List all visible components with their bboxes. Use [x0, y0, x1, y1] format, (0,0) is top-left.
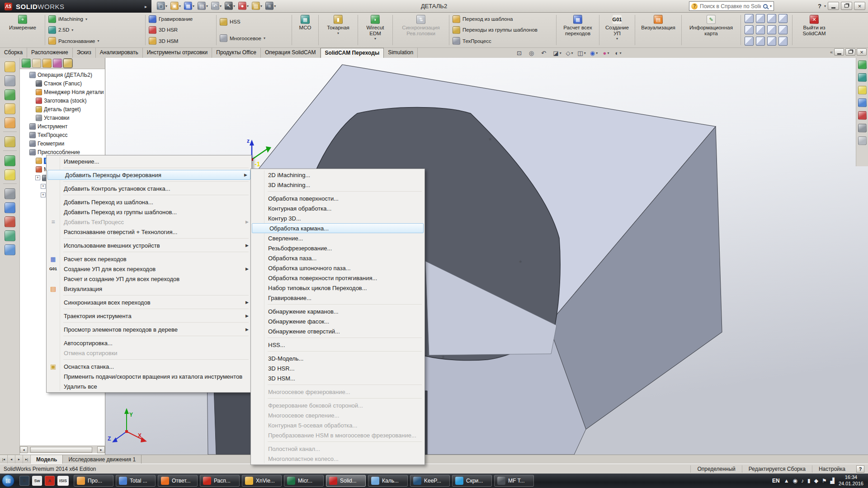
dropdown-arrow-icon[interactable]: ▾: [85, 17, 87, 21]
status-help-button[interactable]: ?: [856, 465, 864, 473]
context-menu-item[interactable]: Визуализация ▶: [47, 284, 251, 294]
view-cube-icon[interactable]: [745, 14, 754, 23]
tree-tab-solidcam[interactable]: [63, 59, 72, 68]
ql-app1-icon[interactable]: S: [19, 476, 29, 486]
doc-minimize-button[interactable]: [834, 48, 844, 56]
safely-remove-icon[interactable]: ◆: [814, 478, 818, 484]
dropdown-arrow-icon[interactable]: ▾: [71, 28, 73, 32]
dropdown-arrow-icon[interactable]: ▾: [374, 37, 376, 41]
tab-scroll-left-icon[interactable]: ◂: [8, 455, 15, 464]
undo-icon[interactable]: ↶ ▾: [210, 1, 222, 10]
mco-button[interactable]: ▦ MCO: [293, 14, 317, 47]
context-menu-item[interactable]: Добавить Переходы Фрезерования ▶: [47, 170, 250, 180]
taskbar-button[interactable]: Скри...: [452, 475, 492, 487]
submenu-item[interactable]: Контурная 5-осевая обработка... ▶: [251, 420, 425, 430]
recognition-icon[interactable]: Распознавание ▾: [48, 36, 142, 46]
grid-red-icon[interactable]: [5, 216, 15, 227]
help-button[interactable]: ?: [817, 3, 822, 9]
view-cube-icon[interactable]: [767, 14, 776, 23]
process-icon[interactable]: ТехПроцесс ▾: [453, 36, 553, 46]
dropdown-arrow-icon[interactable]: ▾: [619, 51, 621, 55]
language-indicator[interactable]: EN: [772, 478, 780, 484]
minimize-button[interactable]: [828, 2, 839, 10]
save-icon[interactable]: ▦ ▾: [183, 1, 195, 10]
submenu-item[interactable]: HSS... ▶: [251, 340, 425, 350]
attach-icon[interactable]: [5, 75, 15, 86]
ribbon-tab[interactable]: Инструменты отрисовки: [143, 48, 212, 58]
start-button[interactable]: ⊞: [2, 474, 14, 487]
submenu-item[interactable]: Многоосевое сверление... ▶: [251, 410, 425, 420]
submenu-item[interactable]: 3D iMachining... ▶: [251, 180, 425, 190]
context-menu-item[interactable]: Траектория инструмента ▶: [47, 311, 251, 321]
ribbon-tab[interactable]: Продукты Office: [212, 48, 261, 58]
rt-gray-icon[interactable]: [858, 124, 867, 132]
wirecut-edm-button[interactable]: ◗ Wirecut EDM ▾: [359, 14, 391, 47]
taskbar-button[interactable]: Micr...: [284, 475, 324, 487]
taskbar-button[interactable]: Solid...: [326, 475, 366, 487]
view-orientation-icon[interactable]: ◇ ▾: [564, 48, 575, 57]
properties-icon[interactable]: ▥ ▾: [251, 1, 263, 10]
action-center-icon[interactable]: ⚑: [822, 478, 827, 484]
previous-view-icon[interactable]: ↶ ▾: [539, 48, 551, 57]
logo-expand-icon[interactable]: ▸: [145, 4, 147, 9]
view-cube-icon[interactable]: [778, 25, 788, 34]
open-icon[interactable]: ▣ ▾: [170, 1, 182, 10]
context-menu-item[interactable]: Добавить Переход из шаблона... ▶: [47, 197, 251, 207]
rotate-component-icon[interactable]: [5, 117, 15, 128]
view-cube-icon[interactable]: [778, 14, 788, 23]
dropdown-arrow-icon[interactable]: ▾: [264, 36, 265, 40]
tree-item[interactable]: Геометрии: [20, 139, 105, 148]
constraints-icon[interactable]: [5, 89, 15, 100]
tree-horizontal-scrollbar[interactable]: ◂ ▸: [20, 446, 105, 453]
rt-red-icon[interactable]: [858, 111, 867, 120]
dropdown-arrow-icon[interactable]: ▾: [247, 4, 249, 8]
context-menu-item[interactable]: Расчет всех переходов ▶: [47, 254, 251, 264]
submenu-item[interactable]: Обнаружение отверстий... ▶: [251, 326, 425, 336]
ribbon-tab[interactable]: Сборка: [0, 48, 27, 58]
dropdown-arrow-icon[interactable]: ▾: [220, 4, 222, 8]
25d-icon[interactable]: 2.5D ▾: [48, 25, 142, 35]
hidden-icons-icon[interactable]: ▲: [784, 478, 789, 484]
3d-hsm-icon[interactable]: 3D HSM ▾: [149, 36, 213, 46]
collapse-ribbon-icon[interactable]: «: [830, 49, 833, 55]
submenu-item[interactable]: 3D HSR... ▶: [251, 363, 425, 373]
dropdown-arrow-icon[interactable]: ▾: [607, 51, 609, 55]
taskbar-button[interactable]: KeeP...: [410, 475, 450, 487]
context-menu-item[interactable]: Синхронизация всех переходов ▶: [47, 297, 251, 307]
taskbar-button[interactable]: Ответ...: [158, 475, 198, 487]
hss-icon[interactable]: HSS ▾: [220, 17, 288, 27]
submenu-item[interactable]: Обнаружение фасок... ▶: [251, 316, 425, 326]
doc-close-button[interactable]: ×: [857, 48, 867, 56]
screen-icon[interactable]: [5, 202, 15, 213]
zoom-fit-icon[interactable]: ◎ ▾: [527, 48, 538, 57]
search-dropdown-icon[interactable]: ▾: [770, 4, 772, 8]
submenu-item[interactable]: 3D HSM... ▶: [251, 373, 425, 383]
tree-item[interactable]: Деталь (target): [20, 105, 105, 113]
close-button[interactable]: ×: [854, 2, 865, 10]
zoom-area-icon[interactable]: ⊡ ▾: [515, 48, 526, 57]
dropdown-arrow-icon[interactable]: ▾: [616, 37, 618, 41]
tree-item[interactable]: Заготовка (stock): [20, 96, 105, 105]
volume-icon[interactable]: ♪: [801, 478, 804, 484]
model-tab[interactable]: Модель: [31, 455, 63, 464]
ribbon-tab[interactable]: Эскиз: [73, 48, 96, 58]
appearance-icon[interactable]: ● ▾: [600, 48, 612, 57]
context-menu-item[interactable]: Создание УП для всех переходов ▶: [47, 264, 251, 274]
submenu-item[interactable]: Обнаружение карманов... ▶: [251, 306, 425, 316]
context-menu-item[interactable]: Автосортировка... ▶: [47, 338, 251, 348]
dropdown-arrow-icon[interactable]: ▾: [206, 4, 208, 8]
motion-study-tab[interactable]: Исследование движения 1: [63, 455, 142, 464]
taskbar-button[interactable]: Total ...: [116, 475, 156, 487]
tree-tab-features[interactable]: [22, 59, 31, 68]
context-menu-item[interactable]: Применить подачи/скорости вращения из ка…: [47, 371, 251, 381]
network-icon[interactable]: ▟: [830, 478, 835, 484]
rt-light-icon[interactable]: [858, 136, 867, 145]
view-cube-icon[interactable]: [767, 25, 776, 34]
options-icon[interactable]: ≡ ▾: [264, 1, 277, 10]
gears-icon[interactable]: [5, 188, 15, 199]
dropdown-arrow-icon[interactable]: ▾: [274, 4, 276, 8]
submenu-item[interactable]: Гравирование... ▶: [251, 293, 425, 303]
ribbon-tab[interactable]: Simulation: [384, 48, 418, 58]
taskbar-button[interactable]: Расп...: [200, 475, 240, 487]
tree-item[interactable]: Менеджер Ноля детали: [20, 88, 105, 96]
